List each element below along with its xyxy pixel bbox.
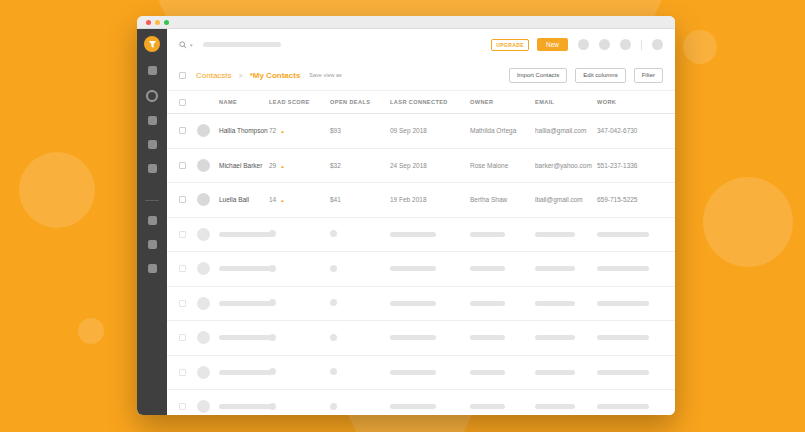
cell-open-deals: $93 <box>330 127 390 134</box>
sidebar-nav-item[interactable] <box>148 240 157 249</box>
column-header-open-deals: OPEN DEALS <box>330 99 390 105</box>
cell-name: Luella Ball <box>219 196 269 203</box>
sidebar <box>137 29 167 415</box>
skeleton-name <box>219 266 273 271</box>
row-checkbox[interactable] <box>179 265 186 272</box>
chevron-down-icon[interactable]: ▾ <box>190 42 193 48</box>
cell-open-deals: $41 <box>330 196 390 203</box>
edit-columns-button[interactable]: Edit columns <box>575 68 625 83</box>
skeleton-owner <box>470 266 505 271</box>
app-logo-funnel-icon[interactable] <box>144 36 160 52</box>
row-checkbox[interactable] <box>179 403 186 410</box>
skeleton-email <box>535 232 575 237</box>
cell-email: lball@gmail.com <box>535 196 597 203</box>
skeleton-last-connected <box>390 335 436 340</box>
table-row[interactable]: Luella Ball 14▲ $41 19 Feb 2018 Bertha S… <box>167 183 675 218</box>
save-view-as-link[interactable]: Save view as <box>309 72 341 78</box>
search-icon[interactable] <box>179 41 187 49</box>
cell-lead-score: 14▲ <box>269 196 330 203</box>
skeleton-work <box>597 301 649 306</box>
background-circle <box>78 318 104 344</box>
skeleton-open-deals <box>330 299 337 306</box>
cell-owner: Rose Malone <box>470 162 535 169</box>
close-window-icon[interactable] <box>146 20 151 25</box>
sidebar-nav-item-target-icon[interactable] <box>146 90 158 102</box>
skeleton-owner <box>470 370 505 375</box>
skeleton-name <box>219 370 273 375</box>
skeleton-owner <box>470 232 505 237</box>
sidebar-nav-item[interactable] <box>148 116 157 125</box>
column-header-name: NAME <box>219 99 269 105</box>
column-header-lead-score: LEAD SCORE <box>269 99 330 105</box>
row-checkbox[interactable] <box>179 127 186 134</box>
cell-name: Hallia Thompson <box>219 127 269 134</box>
skeleton-owner <box>470 404 505 409</box>
skeleton-work <box>597 370 649 375</box>
user-avatar[interactable] <box>652 39 663 50</box>
row-checkbox[interactable] <box>179 369 186 376</box>
skeleton-name <box>219 232 273 237</box>
skeleton-lead-score <box>269 299 276 306</box>
contact-avatar-placeholder <box>197 366 210 379</box>
table-row[interactable]: Michael Barker 29▲ $32 24 Sep 2018 Rose … <box>167 149 675 184</box>
cell-name: Michael Barker <box>219 162 269 169</box>
column-header-email: EMAIL <box>535 99 597 105</box>
row-checkbox[interactable] <box>179 334 186 341</box>
row-checkbox[interactable] <box>179 162 186 169</box>
minimize-window-icon[interactable] <box>155 20 160 25</box>
toolbar-icon-button[interactable] <box>578 39 589 50</box>
background-circle <box>703 177 793 267</box>
skeleton-open-deals <box>330 265 337 272</box>
skeleton-email <box>535 370 575 375</box>
top-utility-bar: ▾ UPGRADE New <box>167 29 675 60</box>
skeleton-owner <box>470 301 505 306</box>
breadcrumb-bar: Contacsts > *My Contacts Save view as Im… <box>167 60 675 90</box>
sidebar-nav-item[interactable] <box>148 140 157 149</box>
toolbar-icon-button[interactable] <box>599 39 610 50</box>
import-contacts-button[interactable]: Import Contacts <box>509 68 567 83</box>
row-checkbox[interactable] <box>179 300 186 307</box>
skeleton-work <box>597 404 649 409</box>
sidebar-nav-item[interactable] <box>148 264 157 273</box>
search-input[interactable] <box>203 42 281 47</box>
upgrade-button[interactable]: UPGRADE <box>491 39 529 51</box>
skeleton-last-connected <box>390 301 436 306</box>
contact-avatar-placeholder <box>197 331 210 344</box>
table-header: NAME LEAD SCORE OPEN DEALS LASR CONNECTE… <box>167 90 675 114</box>
table-row-skeleton <box>167 321 675 356</box>
contact-avatar <box>197 193 210 206</box>
row-checkbox[interactable] <box>179 196 186 203</box>
sidebar-nav-item[interactable] <box>148 216 157 225</box>
trend-up-icon: ▲ <box>280 164 284 169</box>
zoom-window-icon[interactable] <box>164 20 169 25</box>
skeleton-name <box>219 404 273 409</box>
new-button[interactable]: New <box>537 38 568 51</box>
toolbar-icon-button[interactable] <box>620 39 631 50</box>
column-header-owner: OWNER <box>470 99 535 105</box>
contact-avatar <box>197 124 210 137</box>
background-circle <box>19 152 95 228</box>
select-all-checkbox[interactable] <box>179 99 186 106</box>
skeleton-work <box>597 232 649 237</box>
table-skeleton-rows <box>167 218 675 416</box>
breadcrumb-current-view[interactable]: *My Contacts <box>250 71 301 80</box>
main-content: ▾ UPGRADE New Contacsts > *My Contacts S… <box>167 29 675 415</box>
app-window: ▾ UPGRADE New Contacsts > *My Contacts S… <box>137 16 675 415</box>
table-body: Hallia Thompson 72▲ $93 09 Sep 2018 Math… <box>167 114 675 415</box>
sidebar-nav-item[interactable] <box>148 164 157 173</box>
table-row-skeleton <box>167 218 675 253</box>
cell-lead-score: 29▲ <box>269 162 330 169</box>
contact-avatar-placeholder <box>197 400 210 413</box>
header-checkbox[interactable] <box>179 72 186 79</box>
skeleton-lead-score <box>269 230 276 237</box>
breadcrumb-section[interactable]: Contacsts <box>196 71 232 80</box>
table-row[interactable]: Hallia Thompson 72▲ $93 09 Sep 2018 Math… <box>167 114 675 149</box>
skeleton-email <box>535 335 575 340</box>
table-row-skeleton <box>167 390 675 415</box>
cell-last-connected: 09 Sep 2018 <box>390 127 470 134</box>
sidebar-nav-item[interactable] <box>148 66 157 75</box>
skeleton-lead-score <box>269 334 276 341</box>
trend-up-icon: ▲ <box>280 198 284 203</box>
row-checkbox[interactable] <box>179 231 186 238</box>
filter-button[interactable]: Filter <box>634 68 663 83</box>
